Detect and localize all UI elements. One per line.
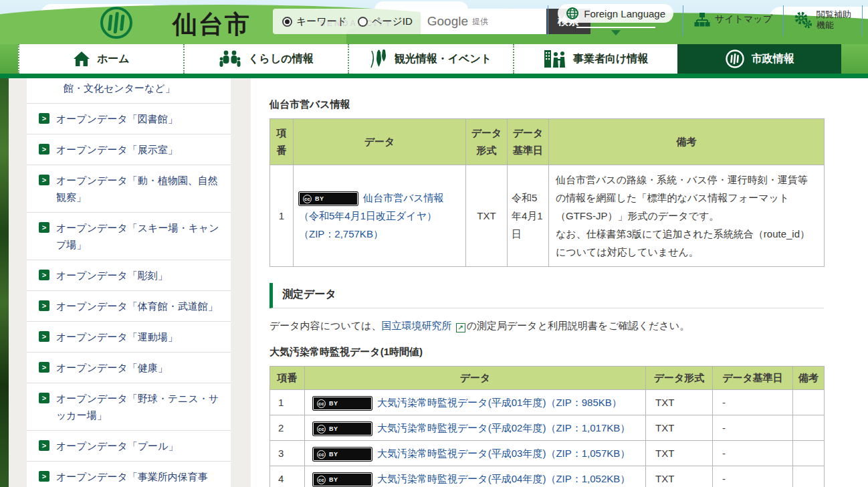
sidebar-item-sculpture[interactable]: > オープンデータ「彫刻」 [27,260,231,291]
sidebar-item-ski-camp[interactable]: > オープンデータ「スキー場・キャンプ場」 [27,213,231,260]
divider [576,27,655,28]
site-title[interactable]: 仙台市 [173,8,251,41]
nav-home-label: ホーム [97,52,130,66]
cc-by-license-badge[interactable]: cc BY [313,473,372,486]
sidebar-item-exhibition[interactable]: > オープンデータ「展示室」 [27,134,231,165]
row-number: 1 [270,390,305,415]
chevron-right-icon: > [39,300,49,311]
sidebar-item-ballparks[interactable]: > オープンデータ「野球・テニス・サッカー場」 [27,383,231,431]
nav-living-info[interactable]: くらしの情報 [183,44,348,74]
remarks-cell [793,390,825,415]
header-utility-links: Foreign Language サイトマップ [548,4,863,39]
sidebar-item-label: 館・文化センターなど」 [64,80,224,96]
air-data-download-link[interactable]: 大気汚染常時監視データ(平成04年度)（ZIP：1,052KB） [377,473,630,484]
col-header-data: データ [294,119,466,165]
air-data-download-link[interactable]: 大気汚染常時監視データ(平成03年度)（ZIP：1,057KB） [377,448,630,459]
table-row: 4 cc BY 大気汚染常時監視データ(平成04年度)（ZIP：1,052KB）… [270,466,825,487]
row-number: 4 [270,466,305,487]
sidebar: 館・文化センターなど」 > オープンデータ「図書館」 > オープンデータ「展示室… [27,78,231,487]
cc-by-license-badge[interactable]: cc BY [313,448,372,461]
site-header: 仙台市 SENDAI CITY 杜の都 キーワード ページID Google 提… [0,0,868,78]
foreign-language-menu[interactable]: Foreign Language [548,4,683,35]
remarks-cell [793,415,825,441]
cc-icon: cc [317,450,326,459]
nav-business-info[interactable]: 事業者向け情報 [513,44,678,74]
col-header-no: 項番 [270,367,305,390]
base-date-cell: - [713,390,793,415]
chevron-right-icon: > [39,471,49,482]
nav-business-label: 事業者向け情報 [573,52,648,66]
sidebar-item-zoo[interactable]: > オープンデータ「動・植物園、自然観察」 [27,165,231,213]
accessibility-tools-link[interactable]: 閲覧補助 機能 [784,9,862,31]
sidebar-item-workplace-childcare[interactable]: > オープンデータ「事業所内保育事業」 [27,462,231,487]
col-header-format: データ形式 [646,367,713,390]
foreign-language-label: Foreign Language [584,8,665,19]
main-content: 仙台市営バス情報 項番 データ データ形式 データ基準日 備考 1 cc BY … [251,78,868,487]
sidebar-item-label: オープンデータ「事業所内保育事業」 [56,468,224,487]
sidebar-item-label: オープンデータ「体育館・武道館」 [56,298,224,314]
col-header-remarks: 備考 [793,367,825,390]
search-input[interactable]: Google 提供 [421,9,546,34]
nies-external-link[interactable]: 国立環境研究所 [381,320,451,331]
col-header-no: 項番 [270,119,294,165]
format-cell: TXT [646,441,713,466]
header-accent-bar [0,74,868,78]
chevron-right-icon: > [39,222,49,233]
col-header-basedate: データ基準日 [508,119,549,165]
format-cell: TXT [466,165,508,267]
keyword-radio[interactable]: キーワード [282,15,347,28]
bus-section-title: 仙台市営バス情報 [269,98,868,111]
sidebar-item-label: オープンデータ「図書館」 [56,110,224,127]
divider [862,5,863,36]
format-cell: TXT [646,415,713,441]
cc-by-license-badge[interactable]: cc BY [313,422,372,435]
nav-city-government[interactable]: 市政情報 [677,44,841,74]
sidebar-item-label: オープンデータ「彫刻」 [56,267,224,284]
sitemap-icon [694,12,710,27]
measurement-description: データ内容については、国立環境研究所 ↗の測定局データと利用説明書をご確認くださ… [269,320,868,332]
sidebar-item-pool[interactable]: > オープンデータ「プール」 [27,431,231,462]
accessibility-label: 閲覧補助 機能 [817,9,851,31]
air-data-download-link[interactable]: 大気汚染常時監視データ(平成02年度)（ZIP：1,017KB） [377,422,630,433]
chevron-down-icon [611,30,621,35]
sidebar-item-label: オープンデータ「運動場」 [56,328,224,345]
sidebar-item[interactable]: 館・文化センターなど」 [27,78,231,104]
table-header-row: 項番 データ データ形式 データ基準日 備考 [270,367,825,390]
sidebar-item-health[interactable]: > オープンデータ「健康」 [27,353,231,383]
cc-by-license-badge[interactable]: cc BY [299,192,358,205]
external-link-icon: ↗ [456,323,465,332]
sitemap-link[interactable]: サイトマップ [683,12,783,27]
sidebar-item-sports-ground[interactable]: > オープンデータ「運動場」 [27,322,231,353]
chevron-right-icon: > [39,393,49,403]
cc-icon: cc [317,476,326,484]
nav-tourism-label: 観光情報・イベント [395,52,492,66]
sidebar-item-gymnasium[interactable]: > オープンデータ「体育館・武道館」 [27,291,231,322]
base-date-cell: - [713,441,793,466]
home-icon [73,51,90,67]
air-data-subtitle: 大気汚染常時監視データ(1時間値) [269,346,868,359]
chevron-right-icon: > [39,270,49,280]
nav-tourism-events[interactable]: 観光情報・イベント [348,44,513,74]
chevron-right-icon: > [39,144,49,155]
air-data-download-link[interactable]: 大気汚染常時監視データ(平成01年度)（ZIP：985KB） [377,397,622,408]
chevron-right-icon: > [39,440,49,451]
keyword-radio-label: キーワード [296,15,347,28]
sidebar-item-label: オープンデータ「動・植物園、自然観察」 [56,172,224,205]
base-date-cell: 令和5年4月1日 [508,165,549,267]
remarks-cell: 仙台市営バスの路線・系統・バス停・運行時刻・運賃等の情報を網羅した「標準的なバス… [549,165,825,267]
sidebar-item-library[interactable]: > オープンデータ「図書館」 [27,104,231,134]
main-navigation: ホーム くらしの情報 観光情報・イベント [18,44,841,74]
data-cell: cc BY 大気汚染常時監視データ(平成02年度)（ZIP：1,017KB） [305,415,646,441]
table-row: 1 cc BY 仙台市営バス情報（令和5年4月1日改正ダイヤ）（ZIP：2,75… [270,165,825,267]
data-cell: cc BY 大気汚染常時監視データ(平成03年度)（ZIP：1,057KB） [305,441,646,466]
cc-icon: cc [317,425,326,433]
col-header-remarks: 備考 [549,119,825,165]
pageid-radio[interactable]: ページID [358,15,413,28]
description-text: データ内容については、 [269,320,381,331]
row-number: 3 [270,441,305,466]
cc-by-license-badge[interactable]: cc BY [313,397,372,410]
sendai-city-logo-icon[interactable] [99,5,134,40]
page-body: 館・文化センターなど」 > オープンデータ「図書館」 > オープンデータ「展示室… [0,78,868,487]
nav-home[interactable]: ホーム [18,44,183,74]
remarks-cell [793,466,825,487]
